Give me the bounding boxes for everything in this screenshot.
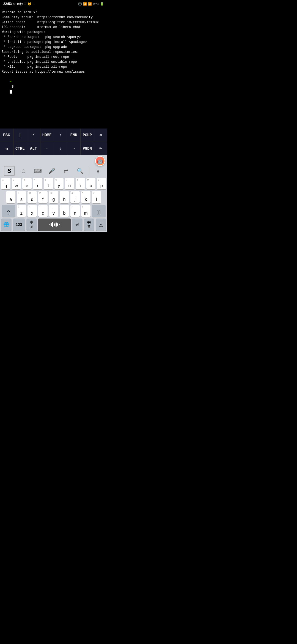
key-x[interactable]: ) x [28,205,37,217]
terminal-line: * Upgrade packages: pkg upgrade [2,45,106,50]
key-backspace-extra[interactable]: ⌫ [94,129,107,142]
notification-icons: ☰ 🐱 ··· [24,2,35,6]
key-right[interactable]: → [67,142,81,155]
key-z[interactable]: ( z [17,205,26,217]
clipboard-icon[interactable]: ⇄ [61,166,72,176]
key-backspace[interactable]: ⌫⃝ [92,205,106,217]
key-slash[interactable]: / [27,129,40,142]
terminal-line: * Install a package: pkg install <packag… [2,40,106,45]
key-del-extra[interactable]: ⌦ [94,142,107,155]
terminal-prompt-line: ~ $ [2,74,106,99]
key-123[interactable]: 123 [13,219,25,231]
keyboard: 🤖 S ☺ ⌨ 🎤 ⇄ 🔍 ∨ 1 q 2 w 3 e 4 r 5 [0,155,107,232]
key-l[interactable]: ? l [92,191,101,203]
key-h[interactable]: ' h [60,191,69,203]
battery-percent: 95% [93,2,99,6]
key-u[interactable]: 7 u [65,178,74,189]
key-pipe[interactable]: | [13,129,27,142]
key-tab[interactable]: ⇥ [0,142,13,155]
key-p[interactable]: 0 p [97,178,106,189]
key-m[interactable]: / m [81,205,90,217]
keyboard-row-1: 1 q 2 w 3 e 4 r 5 t 6 y 7 u 8 i [0,177,107,190]
key-j[interactable]: & j [70,191,80,203]
prompt-dollar: $ [10,85,16,89]
key-c[interactable]: - c [38,205,48,217]
key-space-mic[interactable] [38,219,71,231]
key-lang-switch[interactable]: 中 英 [26,219,37,231]
key-left[interactable]: ← [40,142,54,155]
keyboard-top-bar: 🤖 [0,155,107,165]
keyboard-icon[interactable]: ⌨ [32,166,43,176]
key-settings[interactable]: 中/ 英 [84,219,94,231]
keyboard-toolbar: S ☺ ⌨ 🎤 ⇄ 🔍 ∨ [0,165,107,177]
emoji-icon[interactable]: ☺ [18,166,29,176]
key-e[interactable]: 3 e [22,178,32,189]
svg-rect-0 [49,224,50,225]
key-shift[interactable]: ⇧ [2,205,15,217]
key-a[interactable]: ~ a [6,191,15,203]
key-up[interactable]: ↑ [54,129,67,142]
terminal-line: * Search packages: pkg search <query> [2,35,106,40]
key-pgup[interactable]: PGUP [81,129,94,142]
terminal-line: * Root: pkg install root-repo [2,54,106,59]
key-i[interactable]: 8 i [76,178,85,189]
terminal-line: Subscribing to additional repositories: [2,50,106,54]
floating-assistant-button[interactable]: 🤖 [95,156,105,166]
key-alt[interactable]: ALT [27,142,40,155]
key-s[interactable]: ! s [17,191,26,203]
terminal-screen[interactable]: Welcome to Termux! Community forum: http… [0,8,107,129]
key-v[interactable]: _ v [49,205,58,217]
key-q[interactable]: 1 q [1,178,10,189]
key-esc[interactable]: ESC [0,129,13,142]
key-k[interactable]: * k [81,191,90,203]
key-d[interactable]: @ d [28,191,37,203]
key-f[interactable]: # f [38,191,48,203]
battery-icon: 🔋 [100,2,104,6]
terminal-line: Working with packages: [2,30,106,35]
key-pgdn[interactable]: PGDN [81,142,94,155]
svg-rect-2 [52,222,53,227]
collapse-icon[interactable]: ∨ [92,166,103,176]
key-home[interactable]: HOME [40,129,54,142]
battery-speed: 82 B/秒 [13,2,23,6]
assistant-icon: 🤖 [97,158,103,164]
svg-rect-4 [56,222,57,227]
keyboard-bottom-row: 🌐 123 中 英 ⏎ 中/ 英 △ [0,218,107,232]
status-left: 22:53 82 B/秒 ☰ 🐱 ··· [3,2,35,6]
terminal-line: Welcome to Termux! [2,10,106,15]
terminal-line: Gitter chat: https://gitter.im/termux/te… [2,20,106,25]
key-o[interactable]: 9 o [86,178,96,189]
extra-keys-row1: ESC | / HOME ↑ END PGUP ⌫ [0,129,107,142]
toolbar-divider [89,167,89,175]
search-icon[interactable]: 🔍 [75,166,86,176]
key-r[interactable]: 4 r [33,178,42,189]
swiftkey-icon[interactable]: S [4,166,15,176]
wifi-icon: 📶 [83,2,87,6]
svg-rect-1 [51,223,52,226]
terminal-line: Community forum: https://termux.com/comm… [2,15,106,20]
key-t[interactable]: 5 t [44,178,53,189]
svg-rect-5 [57,223,58,226]
svg-rect-3 [54,223,55,226]
terminal-line: * X11: pkg install x11-repo [2,64,106,69]
terminal-line: Report issues at https://termux.com/issu… [2,69,106,74]
key-y[interactable]: 6 y [54,178,64,189]
status-bar: 22:53 82 B/秒 ☰ 🐱 ··· 📳 📶 📶 95% 🔋 [0,0,107,8]
mic-icon[interactable]: 🎤 [46,166,57,176]
terminal-line: IRC channel: #termux on libera.chat [2,25,106,30]
status-right: 📳 📶 📶 95% 🔋 [78,2,104,6]
key-enter[interactable]: ⏎ [72,219,82,231]
signal-icon: 📶 [88,2,92,6]
key-triangle-up[interactable]: △ [96,219,106,231]
key-w[interactable]: 2 w [12,178,21,189]
key-ctrl[interactable]: CTRL [13,142,27,155]
extra-keys-row2: ⇥ CTRL ALT ← ↓ → PGDN ⌦ [0,142,107,155]
key-emoji-globe[interactable]: 🌐 [1,219,12,231]
key-g[interactable]: % g [49,191,58,203]
status-time: 22:53 [3,2,12,6]
svg-rect-6 [59,224,60,225]
key-down[interactable]: ↓ [54,142,67,155]
key-n[interactable]: ; n [70,205,80,217]
key-end[interactable]: END [67,129,81,142]
key-b[interactable]: : b [60,205,69,217]
